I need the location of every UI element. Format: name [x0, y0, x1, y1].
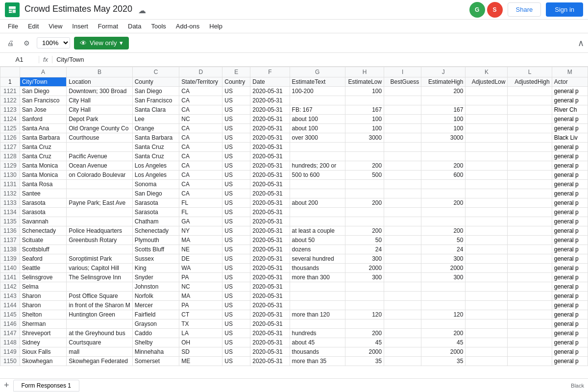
cell-actor-1139[interactable]: general p: [552, 254, 588, 264]
cell-adjhigh-1144[interactable]: [508, 301, 552, 310]
cell-country-1138[interactable]: US: [222, 245, 250, 254]
cell-country-1123[interactable]: US: [222, 105, 250, 115]
cell-adjhigh-1135[interactable]: [508, 217, 552, 226]
cell-bestguess-1149[interactable]: [384, 347, 421, 357]
cell-city-1137[interactable]: Scituate: [20, 236, 67, 245]
cell-esttext-1148[interactable]: about 45: [290, 338, 345, 347]
col-header-a[interactable]: A: [20, 67, 67, 77]
cell-state-1128[interactable]: CA: [179, 152, 222, 161]
cell-reference[interactable]: A1: [0, 56, 39, 63]
cell-esthigh-1150[interactable]: 35: [421, 357, 466, 366]
cell-date-1150[interactable]: 2020-05-31: [250, 357, 290, 366]
cell-esttext-1142[interactable]: [290, 282, 345, 292]
cell-esttext-1146[interactable]: [290, 319, 345, 329]
cell-county-1135[interactable]: Chatham: [132, 217, 179, 226]
menu-format[interactable]: Format: [94, 22, 122, 31]
cell-adjhigh-1121[interactable]: [508, 87, 552, 96]
cell-adjhigh-1122[interactable]: [508, 96, 552, 105]
cell-city-1134[interactable]: Sarasota: [20, 208, 67, 217]
cell-city-1139[interactable]: Seaford: [20, 254, 67, 264]
cell-city-1131[interactable]: Santa Rosa: [20, 180, 67, 189]
cell-county-1150[interactable]: Somerset: [132, 357, 179, 366]
cell-country-1141[interactable]: US: [222, 273, 250, 282]
cell-state-1137[interactable]: MA: [179, 236, 222, 245]
cell-adjlow-1123[interactable]: [466, 105, 508, 115]
cell-actor-1124[interactable]: general p: [552, 115, 588, 124]
cell-adjhigh-1123[interactable]: [508, 105, 552, 115]
cell-actor-1135[interactable]: general p: [552, 217, 588, 226]
cell-location-1137[interactable]: Greenbush Rotary: [67, 236, 132, 245]
cell-esthigh-1125[interactable]: 100: [421, 124, 466, 133]
cell-country-1150[interactable]: US: [222, 357, 250, 366]
cell-actor-1145[interactable]: general p: [552, 310, 588, 319]
cell-country-1131[interactable]: US: [222, 180, 250, 189]
cell-county-1143[interactable]: Norfolk: [132, 292, 179, 301]
cell-esthigh-1122[interactable]: [421, 96, 466, 105]
cell-date-1145[interactable]: 2020-05-31: [250, 310, 290, 319]
cell-adjlow-1139[interactable]: [466, 254, 508, 264]
cell-esttext-1130[interactable]: 500 to 600: [290, 171, 345, 180]
cell-estlow-1125[interactable]: 100: [345, 124, 384, 133]
cell-bestguess-1137[interactable]: [384, 236, 421, 245]
collapse-toolbar-button[interactable]: ∧: [578, 38, 584, 49]
cell-country-1143[interactable]: US: [222, 292, 250, 301]
cell-estlow-1140[interactable]: 2000: [345, 264, 384, 273]
cell-bestguess-1124[interactable]: [384, 115, 421, 124]
cell-state-1121[interactable]: CA: [179, 87, 222, 96]
view-only-button[interactable]: 👁 View only ▾: [74, 37, 129, 49]
cell-state-1123[interactable]: CA: [179, 105, 222, 115]
cell-adjlow-1129[interactable]: [466, 161, 508, 171]
zoom-selector[interactable]: 100%: [37, 37, 70, 49]
doc-title[interactable]: Crowd Estimates May 2020: [24, 4, 132, 14]
menu-file[interactable]: File: [4, 22, 22, 31]
cell-date-1122[interactable]: 2020-05-31: [250, 96, 290, 105]
cell-location-1134[interactable]: [67, 208, 132, 217]
cell-adjhigh-1129[interactable]: [508, 161, 552, 171]
cell-city-1135[interactable]: Savannah: [20, 217, 67, 226]
cell-bestguess-1132[interactable]: [384, 189, 421, 198]
cell-state-1149[interactable]: SD: [179, 347, 222, 357]
cell-state-1134[interactable]: FL: [179, 208, 222, 217]
cell-adjlow-1145[interactable]: [466, 310, 508, 319]
cell-esttext-1121[interactable]: 100-200: [290, 87, 345, 96]
cell-esttext-1135[interactable]: [290, 217, 345, 226]
cell-city-1122[interactable]: San Francisco: [20, 96, 67, 105]
cell-county-1126[interactable]: Santa Barbara: [132, 133, 179, 143]
cell-state-1133[interactable]: FL: [179, 198, 222, 208]
cell-county-1147[interactable]: Caddo: [132, 329, 179, 338]
cell-country-1121[interactable]: US: [222, 87, 250, 96]
cell-esttext-1133[interactable]: about 200: [290, 198, 345, 208]
cell-location-1145[interactable]: Huntington Green: [67, 310, 132, 319]
cell-actor-1144[interactable]: general p: [552, 301, 588, 310]
cell-county-1146[interactable]: Grayson: [132, 319, 179, 329]
cell-state-1124[interactable]: NC: [179, 115, 222, 124]
cell-country-1147[interactable]: US: [222, 329, 250, 338]
cell-date-1125[interactable]: 2020-05-31: [250, 124, 290, 133]
cell-bestguess-1145[interactable]: [384, 310, 421, 319]
menu-addons[interactable]: Add-ons: [172, 22, 203, 31]
cell-adjlow-1126[interactable]: [466, 133, 508, 143]
cell-date-1132[interactable]: 2020-05-31: [250, 189, 290, 198]
cell-adjlow-1121[interactable]: [466, 87, 508, 96]
cell-city-1141[interactable]: Selinsgrove: [20, 273, 67, 282]
cell-esttext-1122[interactable]: [290, 96, 345, 105]
cell-county-1134[interactable]: Sarasota: [132, 208, 179, 217]
cell-adjhigh-1124[interactable]: [508, 115, 552, 124]
cell-adjlow-1133[interactable]: [466, 198, 508, 208]
header-location[interactable]: Location: [67, 77, 132, 87]
cell-city-1150[interactable]: Skowhegan: [20, 357, 67, 366]
cell-county-1149[interactable]: Minnehaha: [132, 347, 179, 357]
cell-esthigh-1141[interactable]: 300: [421, 273, 466, 282]
cell-location-1148[interactable]: Courtsquare: [67, 338, 132, 347]
cell-esttext-1129[interactable]: hundreds; 200 or: [290, 161, 345, 171]
cell-date-1149[interactable]: 2020-05-31: [250, 347, 290, 357]
cell-adjhigh-1126[interactable]: [508, 133, 552, 143]
cell-city-1130[interactable]: Santa Monica: [20, 171, 67, 180]
cell-location-1135[interactable]: [67, 217, 132, 226]
sheet-tab-main[interactable]: Form Responses 1: [13, 380, 79, 392]
menu-tools[interactable]: Tools: [147, 22, 170, 31]
cell-date-1133[interactable]: 2020-05-31: [250, 198, 290, 208]
menu-data[interactable]: Data: [124, 22, 145, 31]
cell-date-1139[interactable]: 2020-05-31: [250, 254, 290, 264]
cell-adjhigh-1146[interactable]: [508, 319, 552, 329]
